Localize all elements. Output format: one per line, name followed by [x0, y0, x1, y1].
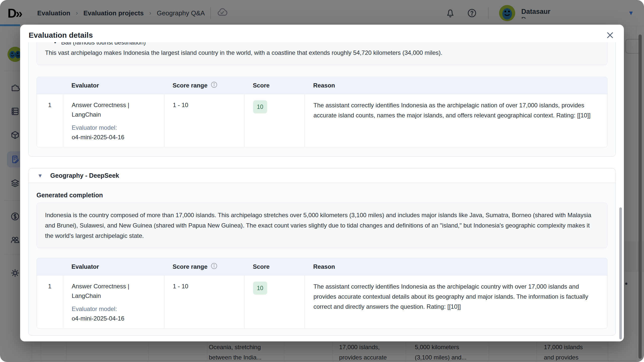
section-geography-deepseek: ▼ Geography - DeepSeek Generated complet… — [28, 168, 616, 336]
modal-title: Evaluation details — [29, 31, 93, 39]
cell-evaluator: Answer Correctness | LangChain Evaluator… — [63, 275, 164, 328]
cell-index: 1 — [37, 275, 63, 328]
info-icon[interactable] — [211, 262, 218, 271]
header-score-range-label: Score range — [173, 263, 208, 270]
section-title: Geography - DeepSeek — [50, 172, 119, 179]
header-score: Score — [244, 258, 305, 275]
list-item: Bali (famous tourist destination) — [45, 42, 599, 48]
cell-score: 10 — [244, 275, 305, 328]
evaluator-name: Answer Correctness | LangChain — [72, 100, 157, 119]
header-reason: Reason — [305, 77, 607, 94]
info-icon[interactable] — [211, 81, 218, 90]
evaluator-model-value: o4-mini-2025-04-16 — [72, 132, 157, 142]
header-score: Score — [244, 77, 305, 94]
evaluator-name: Answer Correctness | LangChain — [72, 282, 157, 301]
generated-completion-box: Indonesia is the country composed of mor… — [36, 203, 608, 248]
modal-header: Evaluation details — [20, 25, 624, 42]
score-badge: 10 — [253, 100, 267, 113]
modal-scrollbar-thumb[interactable] — [619, 207, 622, 339]
header-index — [37, 77, 63, 94]
header-evaluator: Evaluator — [63, 258, 164, 275]
evaluation-table: Evaluator Score range Score Reason — [36, 77, 608, 147]
table-header-row: Evaluator Score range Score Reaso — [37, 258, 607, 275]
header-reason: Reason — [305, 258, 607, 275]
screen: D» Evaluation › Evaluation projects › Ge… — [0, 0, 644, 362]
section-geography-previous: Bali (famous tourist destination) This v… — [28, 42, 616, 157]
score-badge: 10 — [253, 282, 267, 295]
generated-completion-label: Generated completion — [36, 192, 608, 199]
close-icon[interactable] — [606, 31, 614, 39]
cell-score-range: 1 - 10 — [164, 275, 244, 328]
triangle-down-icon: ▼ — [37, 173, 43, 179]
table-row: 1 Answer Correctness | LangChain Evaluat… — [37, 94, 607, 147]
modal-body: Bali (famous tourist destination) This v… — [28, 42, 616, 341]
evaluation-details-modal: Evaluation details Bali (famous tourist … — [20, 25, 624, 341]
cell-index: 1 — [37, 94, 63, 147]
header-score-range-label: Score range — [173, 82, 208, 89]
table-row: 1 Answer Correctness | LangChain Evaluat… — [37, 275, 607, 328]
evaluation-table: Evaluator Score range Score Reaso — [36, 258, 608, 329]
evaluator-model-label: Evaluator model: — [72, 304, 157, 314]
cell-reason: The assistant correctly identifies Indon… — [305, 94, 607, 147]
cell-reason: The assistant correctly identifies Indon… — [305, 275, 607, 328]
cell-score-range: 1 - 10 — [164, 94, 244, 147]
cell-evaluator: Answer Correctness | LangChain Evaluator… — [63, 94, 164, 147]
section-body: Generated completion Indonesia is the co… — [28, 183, 616, 335]
header-score-range: Score range — [164, 258, 244, 275]
section-collapse-header[interactable]: ▼ Geography - DeepSeek — [28, 168, 616, 183]
evaluator-model-label: Evaluator model: — [72, 123, 157, 132]
cell-score: 10 — [244, 94, 305, 147]
header-evaluator: Evaluator — [63, 77, 164, 94]
generated-completion-box: Bali (famous tourist destination) This v… — [36, 42, 608, 65]
evaluator-model-value: o4-mini-2025-04-16 — [72, 314, 157, 323]
completion-paragraph: This vast archipelago makes Indonesia th… — [45, 48, 599, 58]
header-score-range: Score range — [164, 77, 244, 94]
header-index — [37, 258, 63, 275]
table-header-row: Evaluator Score range Score Reason — [37, 77, 607, 94]
